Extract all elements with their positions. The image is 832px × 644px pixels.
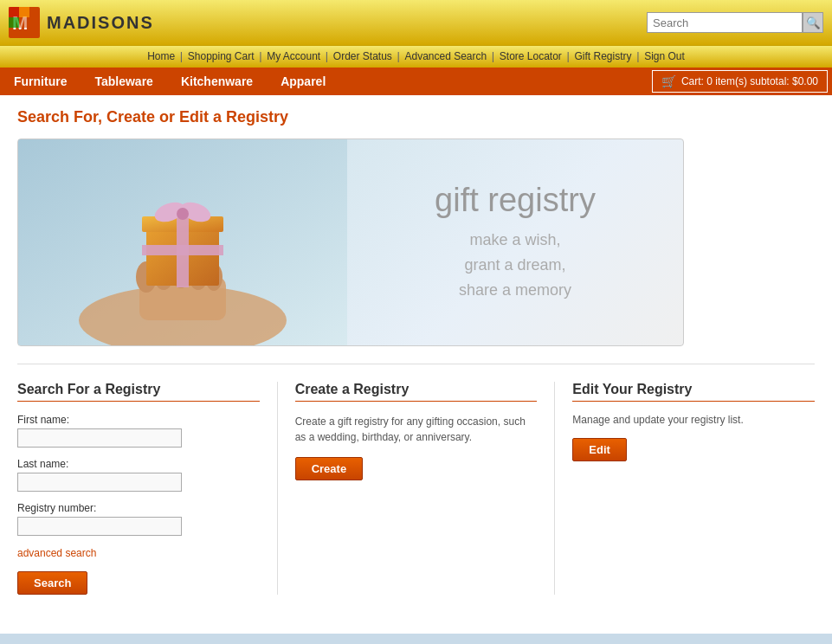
nav-sign-out[interactable]: Sign Out [644,50,685,62]
svg-rect-17 [142,245,223,255]
content-columns: Search For a Registry First name: Last n… [17,364,815,595]
hero-image [18,138,347,346]
logo: M MADISONS [9,7,154,38]
svg-rect-2 [9,7,19,17]
last-name-group: Last name: [17,458,260,492]
edit-column: Edit Your Registry Manage and update you… [555,382,815,595]
svg-rect-4 [9,17,19,28]
svg-rect-5 [19,17,29,28]
search-column: Search For a Registry First name: Last n… [17,382,278,595]
main-content: Search For, Create or Edit a Registry [0,95,832,608]
registry-number-input[interactable] [17,517,182,536]
cat-kitchenware[interactable]: Kitchenware [167,68,267,95]
logo-icon: M [9,7,40,38]
search-col-title: Search For a Registry [17,382,260,402]
svg-point-20 [177,208,189,220]
category-nav: Furniture Tableware Kitchenware Apparel … [0,68,832,95]
first-name-label: First name: [17,414,260,426]
registry-number-group: Registry number: [17,502,260,536]
nav-advanced-search[interactable]: Advanced Search [404,50,487,62]
nav-cart[interactable]: Shopping Cart [188,50,255,62]
cat-apparel[interactable]: Apparel [267,68,339,95]
first-name-input[interactable] [17,428,182,448]
footer: Customer Service Order Status Wish List … [0,634,832,644]
edit-col-title: Edit Your Registry [572,382,815,402]
nav-order-status[interactable]: Order Status [333,50,392,62]
cart-badge[interactable]: 🛒 Cart: 0 item(s) subtotal: $0.00 [652,70,828,93]
search-icon: 🔍 [806,16,821,29]
nav-store-locator[interactable]: Store Locator [500,50,562,62]
create-col-title: Create a Registry [295,382,538,402]
page-title: Search For, Create or Edit a Registry [17,108,815,126]
create-column: Create a Registry Create a gift registry… [278,382,556,595]
hero-text-area: gift registry make a wish,grant a dream,… [347,164,683,319]
search-registry-button[interactable]: Search [17,571,87,595]
nav-links: Home | Shopping Cart | My Account | Orde… [0,45,832,68]
advanced-search-link[interactable]: advanced search [17,547,96,559]
first-name-group: First name: [17,414,260,448]
logo-text: MADISONS [47,13,154,33]
nav-home[interactable]: Home [147,50,175,62]
hero-title: gift registry [382,182,648,219]
cat-furniture[interactable]: Furniture [0,68,81,95]
create-registry-button[interactable]: Create [295,457,363,480]
nav-gift-registry[interactable]: Gift Registry [574,50,631,62]
create-description: Create a gift registry for any gifting o… [295,414,538,445]
search-input[interactable] [647,12,803,33]
cart-label: Cart: 0 item(s) subtotal: $0.00 [681,75,818,87]
last-name-label: Last name: [17,458,260,470]
edit-description: Manage and update your registry list. [572,414,815,426]
registry-number-label: Registry number: [17,502,260,514]
nav-account[interactable]: My Account [267,50,320,62]
hero-subtitle: make a wish,grant a dream,share a memory [382,228,648,302]
edit-registry-button[interactable]: Edit [572,438,627,461]
search-box: 🔍 [647,12,823,33]
search-button[interactable]: 🔍 [803,12,823,33]
cat-tableware[interactable]: Tableware [81,68,166,95]
hero-banner: gift registry make a wish,grant a dream,… [17,138,684,346]
cart-icon: 🛒 [661,74,676,88]
last-name-input[interactable] [17,473,182,492]
svg-rect-3 [19,7,29,17]
header: M MADISONS 🔍 [0,0,832,45]
